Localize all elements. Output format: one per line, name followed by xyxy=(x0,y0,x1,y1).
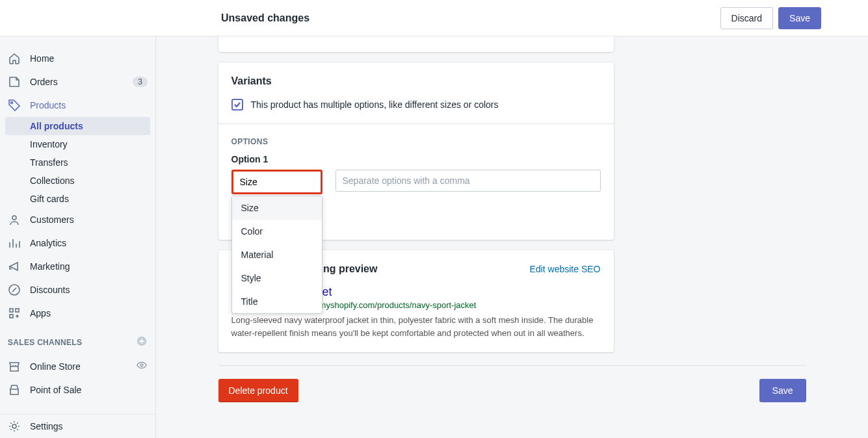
nav-sub-gift-cards[interactable]: Gift cards xyxy=(0,190,155,208)
dropdown-item-size[interactable]: Size xyxy=(232,196,322,220)
nav-products[interactable]: Products xyxy=(0,94,155,117)
apps-icon xyxy=(8,307,21,320)
option-values-input[interactable] xyxy=(335,170,601,192)
nav-online-store[interactable]: Online Store xyxy=(0,354,155,378)
orders-icon xyxy=(8,75,21,88)
nav-label: Online Store xyxy=(30,361,81,372)
nav-discounts[interactable]: Discounts xyxy=(0,278,155,302)
sales-channels-header: SALES CHANNELS xyxy=(0,325,155,354)
delete-product-button[interactable]: Delete product xyxy=(218,379,298,402)
discard-button[interactable]: Discard xyxy=(720,7,773,29)
svg-rect-5 xyxy=(10,315,13,318)
nav-orders[interactable]: Orders 3 xyxy=(0,70,155,94)
pos-icon xyxy=(8,383,21,396)
top-bar: Unsaved changes Discard Save xyxy=(0,0,868,36)
options-header: OPTIONS xyxy=(231,137,601,146)
svg-point-0 xyxy=(11,102,13,104)
eye-icon[interactable] xyxy=(136,359,148,373)
nav-home[interactable]: Home xyxy=(0,47,155,70)
svg-point-1 xyxy=(12,216,16,220)
variants-card: Variants This product has multiple optio… xyxy=(218,62,614,240)
nav-pos[interactable]: Point of Sale xyxy=(0,378,155,402)
nav-label: Settings xyxy=(30,421,63,432)
main-content: Variants This product has multiple optio… xyxy=(156,36,868,438)
dropdown-item-title[interactable]: Title xyxy=(232,290,322,313)
nav-label: Orders xyxy=(30,77,58,87)
nav-label: Products xyxy=(30,100,66,110)
nav-marketing[interactable]: Marketing xyxy=(0,255,155,278)
nav-settings[interactable]: Settings xyxy=(0,415,155,438)
nav-customers[interactable]: Customers xyxy=(0,208,155,231)
marketing-icon xyxy=(8,260,21,273)
store-icon xyxy=(8,360,21,373)
nav-label: Marketing xyxy=(30,261,70,272)
add-channel-icon[interactable] xyxy=(136,335,148,349)
dropdown-item-material[interactable]: Material xyxy=(232,243,322,266)
home-icon xyxy=(8,52,21,65)
svg-rect-4 xyxy=(16,309,19,312)
dropdown-item-color[interactable]: Color xyxy=(232,220,322,243)
svg-point-8 xyxy=(12,424,16,428)
variants-title: Variants xyxy=(231,75,601,87)
option-name-dropdown: Size Color Material Style Title xyxy=(231,196,322,314)
analytics-icon xyxy=(8,237,21,250)
nav-label: Discounts xyxy=(30,285,70,295)
sidebar: Home Orders 3 Products All products Inve… xyxy=(0,36,156,438)
nav-sub-transfers[interactable]: Transfers xyxy=(0,153,155,172)
save-button[interactable]: Save xyxy=(778,7,821,29)
dropdown-item-style[interactable]: Style xyxy=(232,266,322,290)
nav-label: Customers xyxy=(30,214,74,225)
seo-preview-desc: Long-sleeved navy waterproof jacket in t… xyxy=(231,314,601,339)
orders-badge: 3 xyxy=(133,77,148,87)
multiple-options-checkbox[interactable] xyxy=(231,99,243,110)
svg-rect-3 xyxy=(10,309,13,312)
nav-label: Home xyxy=(30,53,54,64)
products-icon xyxy=(8,99,21,112)
settings-icon xyxy=(8,420,21,433)
nav-label: Point of Sale xyxy=(30,385,81,395)
option-name-input[interactable] xyxy=(231,170,322,194)
nav-sub-inventory[interactable]: Inventory xyxy=(0,135,155,153)
svg-point-7 xyxy=(140,364,143,367)
customers-icon xyxy=(8,213,21,226)
nav-label: Analytics xyxy=(30,238,66,248)
save-button-footer[interactable]: Save xyxy=(759,379,806,402)
page-title: Unsaved changes xyxy=(221,12,720,24)
nav-sub-all-products[interactable]: All products xyxy=(5,117,150,135)
discounts-icon xyxy=(8,283,21,296)
nav-apps[interactable]: Apps xyxy=(0,302,155,325)
nav-label: Apps xyxy=(30,308,51,318)
nav-sub-collections[interactable]: Collections xyxy=(0,172,155,190)
option1-label: Option 1 xyxy=(231,154,601,164)
edit-seo-link[interactable]: Edit website SEO xyxy=(530,264,601,274)
nav-analytics[interactable]: Analytics xyxy=(0,231,155,255)
partial-card-above xyxy=(218,36,614,52)
section-label: SALES CHANNELS xyxy=(8,338,82,347)
checkbox-label: This product has multiple options, like … xyxy=(251,99,499,110)
